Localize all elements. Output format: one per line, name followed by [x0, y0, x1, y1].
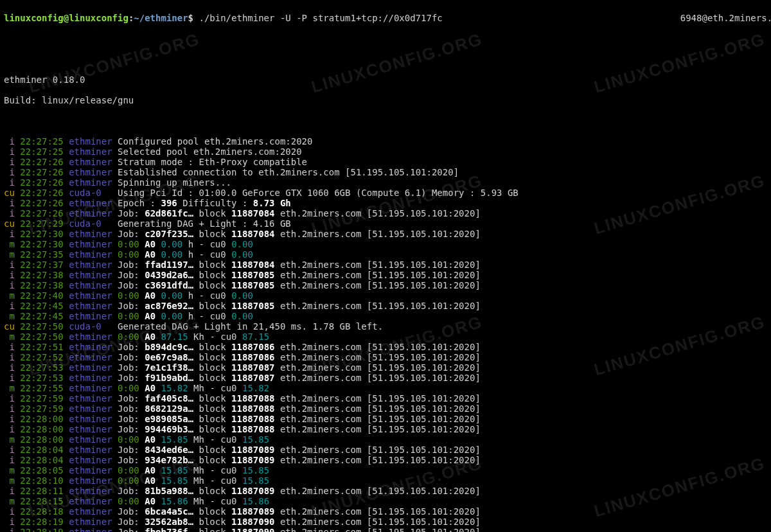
log-text: Job:	[118, 362, 145, 373]
log-line: i 22:27:59 ethminer Job: faf405c8… block…	[4, 393, 767, 403]
log-time: 22:27:50	[20, 321, 63, 332]
blank-line	[4, 116, 767, 126]
log-source: ethminer	[69, 167, 112, 177]
terminal[interactable]: linuxconfig@linuxconfig:~/ethminer$ ./bi…	[0, 0, 771, 532]
log-text: block	[193, 270, 231, 280]
stat-device-rate: 0.00	[231, 249, 253, 260]
log-time: 22:27:26	[20, 198, 63, 208]
log-text: b894dc9c…	[145, 342, 193, 352]
log-text: 11887088	[231, 403, 274, 414]
log-source: ethminer	[69, 393, 112, 403]
log-text: block	[193, 424, 231, 434]
log-text: eth.2miners.com [51.195.105.101:2020]	[275, 517, 481, 527]
log-tag: i	[4, 270, 15, 280]
log-text: eth.2miners.com [51.195.105.101:2020]	[275, 455, 481, 465]
log-time: 22:28:00	[20, 414, 63, 424]
log-text: 11887084	[231, 229, 274, 239]
log-time: 22:27:25	[20, 146, 63, 157]
log-tag: i	[4, 424, 15, 434]
prompt-host: linuxconfig	[69, 13, 128, 23]
log-text: Job:	[118, 301, 145, 311]
log-text: ac876e92…	[145, 301, 193, 311]
log-time: 22:28:05	[20, 465, 63, 475]
log-time: 22:27:59	[20, 403, 63, 414]
stat-device-rate: 0.00	[231, 290, 253, 301]
log-text: 11887090	[231, 527, 274, 532]
stat-rate: 15.85	[161, 434, 188, 445]
version-line: ethminer 0.18.0	[4, 75, 767, 85]
log-text: block	[193, 527, 231, 532]
log-line: i 22:27:59 ethminer Job: 8682129a… block…	[4, 403, 767, 414]
log-source: ethminer	[69, 239, 112, 249]
log-text: 81b5a988…	[145, 486, 193, 496]
log-text: Selected pool eth.2miners.com:2020	[118, 146, 302, 157]
stat-device: cu0	[209, 239, 226, 249]
log-line: m 22:27:35 ethminer 0:00 A0 0.00 h - cu0…	[4, 249, 767, 260]
log-text: Configured pool eth.2miners.com:2020	[118, 136, 312, 146]
log-time: 22:27:38	[20, 270, 63, 280]
log-text: eth.2miners.com [51.195.105.101:2020]	[275, 486, 481, 496]
log-line: i 22:27:25 ethminer Selected pool eth.2m…	[4, 146, 767, 157]
log-text: 11887088	[231, 424, 274, 434]
log-time: 22:28:04	[20, 455, 63, 465]
stat-rate: 0.00	[161, 311, 183, 321]
stat-device-rate: 15.85	[242, 475, 269, 486]
log-line: i 22:27:26 ethminer Epoch : 396 Difficul…	[4, 198, 767, 208]
log-line: i 22:28:11 ethminer Job: 81b5a988… block…	[4, 486, 767, 496]
stat-accepted: A0	[145, 311, 155, 321]
log-text: Job:	[118, 517, 145, 527]
log-text: block	[193, 486, 231, 496]
stat-rate: 15.82	[161, 383, 188, 393]
stat-unit: h	[188, 311, 193, 321]
stat-device: cu0	[220, 496, 236, 506]
log-text: faf405c8…	[145, 393, 193, 403]
log-text: 0439d2a6…	[145, 270, 193, 280]
log-tag: m	[4, 332, 15, 342]
log-line: i 22:27:52 ethminer Job: 0e67c9a8… block…	[4, 352, 767, 362]
log-tag: i	[4, 167, 15, 177]
log-source: ethminer	[69, 249, 112, 260]
log-time: 22:27:25	[20, 136, 63, 146]
log-text: Job:	[118, 342, 145, 352]
log-time: 22:28:11	[20, 486, 63, 496]
stat-device: cu0	[220, 434, 236, 445]
log-line: m 22:27:40 ethminer 0:00 A0 0.00 h - cu0…	[4, 290, 767, 301]
log-text: 0e67c9a8…	[145, 352, 193, 362]
log-tag: m	[4, 434, 15, 445]
log-line: i 22:27:37 ethminer Job: ffad1197… block…	[4, 260, 767, 270]
log-text: f91b9abd…	[145, 373, 193, 383]
log-text: Job:	[118, 280, 145, 290]
log-text: 62d861fc…	[145, 208, 193, 218]
stat-device-rate: 15.85	[242, 434, 269, 445]
build-line: Build: linux/release/gnu	[4, 95, 767, 105]
log-tag: i	[4, 280, 15, 290]
log-text: eth.2miners.com [51.195.105.101:2020]	[275, 373, 481, 383]
prompt-user: linuxconfig	[4, 13, 64, 23]
stat-accepted: A0	[145, 239, 155, 249]
log-source: cuda-0	[69, 188, 112, 198]
stat-device: cu0	[220, 332, 236, 342]
stat-rate: 87.15	[161, 332, 188, 342]
log-text: 11887089	[231, 506, 274, 517]
log-tag: i	[4, 208, 15, 218]
log-text: eth.2miners.com [51.195.105.101:2020]	[275, 445, 481, 455]
log-line: i 22:27:53 ethminer Job: 7e1c1f38… block…	[4, 362, 767, 373]
stat-unit: Mh	[193, 465, 204, 475]
stat-accepted: A0	[145, 332, 155, 342]
log-time: 22:28:19	[20, 517, 63, 527]
log-text: 11887084	[231, 260, 274, 270]
prompt-line: linuxconfig@linuxconfig:~/ethminer$ ./bi…	[4, 13, 767, 23]
stat-unit: h	[188, 290, 193, 301]
log-text: block	[193, 403, 231, 414]
log-text: eth.2miners.com [51.195.105.101:2020]	[275, 229, 481, 239]
log-text: 11887088	[231, 393, 274, 403]
log-text: 11887088	[231, 414, 274, 424]
log-text: eth.2miners.com [51.195.105.101:2020]	[275, 362, 481, 373]
log-tag: m	[4, 496, 15, 506]
log-source: ethminer	[69, 465, 112, 475]
log-source: ethminer	[69, 527, 112, 532]
log-text: block	[193, 229, 231, 239]
log-tag: i	[4, 260, 15, 270]
log-tag: m	[4, 383, 15, 393]
log-line: cu 22:27:26 cuda-0 Using Pci Id : 01:00.…	[4, 188, 767, 198]
